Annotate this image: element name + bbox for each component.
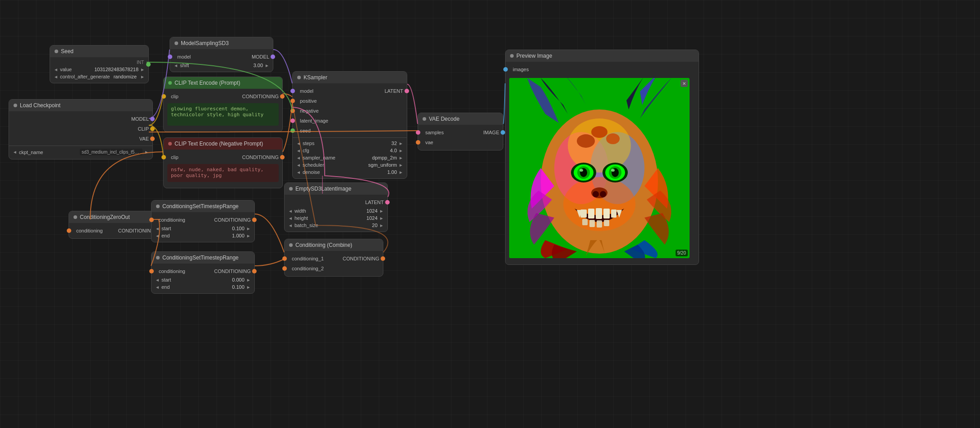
cond-timestep-2-dot: [156, 256, 160, 260]
preview-image-node: Preview Image images ✕: [505, 50, 699, 265]
ckpt-left-arrow[interactable]: ◄: [13, 150, 17, 155]
width-right[interactable]: ►: [379, 209, 384, 214]
clip-negative-out-port[interactable]: [280, 155, 285, 159]
denoise-left[interactable]: ◄: [296, 170, 301, 175]
ksampler-negative-row: negative: [293, 106, 407, 116]
preview-images-row: images: [506, 64, 699, 74]
control-right-arrow[interactable]: ►: [140, 74, 145, 79]
model-out-row: MODEL: [9, 114, 152, 124]
preview-image-container: ✕: [509, 78, 690, 258]
end2-row: ◄ end 0.100 ►: [152, 283, 254, 291]
clip-positive-node: CLIP Text Encode (Prompt) clip CONDITION…: [163, 77, 283, 132]
conditioning-combine-header: Conditioning (Combine): [285, 239, 383, 251]
vae-vae-in-port[interactable]: [416, 140, 420, 145]
empty-latent-header: EmptySD3LatentImage: [285, 183, 387, 195]
vae-vae-row: vae: [418, 137, 503, 147]
empty-latent-dot: [289, 187, 293, 191]
timestep1-out-port[interactable]: [252, 218, 257, 222]
preview-image-header: Preview Image: [506, 50, 699, 62]
conditioning-combine-node: Conditioning (Combine) conditioning_1 CO…: [284, 239, 383, 277]
batch-right[interactable]: ►: [379, 223, 384, 228]
timestep2-out-port[interactable]: [252, 269, 257, 273]
control-left-arrow[interactable]: ◄: [54, 74, 58, 79]
negative-prompt-textarea[interactable]: nsfw, nude, naked, bad quality, poor qua…: [167, 164, 279, 182]
int-badge: INT: [50, 60, 148, 66]
shift-right-arrow[interactable]: ►: [265, 63, 269, 68]
vae-samples-in-port[interactable]: [416, 130, 420, 135]
start1-right[interactable]: ►: [246, 226, 251, 231]
value-right-arrow[interactable]: ►: [140, 67, 145, 72]
value-left-arrow[interactable]: ◄: [54, 67, 58, 72]
scheduler-row: ◄ scheduler sgm_uniform ►: [293, 161, 407, 168]
batch-left[interactable]: ◄: [288, 223, 293, 228]
scheduler-left[interactable]: ◄: [296, 163, 301, 168]
timestep2-in-port[interactable]: [149, 269, 154, 273]
steps-left[interactable]: ◄: [296, 141, 301, 146]
cond-timestep-1-header: ConditioningSetTimestepRange: [152, 200, 254, 212]
conditioning-zero-out-node: ConditioningZeroOut conditioning CONDITI…: [69, 211, 159, 239]
svg-rect-34: [509, 78, 690, 258]
ksampler-seed-row: seed: [293, 126, 407, 136]
width-row: ◄ width 1024 ►: [285, 207, 387, 214]
empty-latent-out-port[interactable]: [385, 200, 390, 205]
cond-timestep-2-header: ConditioningSetTimestepRange: [152, 252, 254, 264]
cfg-left[interactable]: ◄: [296, 148, 301, 153]
timestep1-in-port[interactable]: [149, 218, 154, 222]
model-sampling-node: ModelSamplingSD3 model MODEL ◄ shift 3.0…: [170, 37, 273, 72]
ksampler-model-row: model LATENT: [293, 86, 407, 96]
positive-prompt-textarea[interactable]: glowing fluorescent demon, technicolor s…: [167, 103, 279, 126]
scheduler-right[interactable]: ►: [399, 163, 403, 168]
height-right[interactable]: ►: [379, 216, 384, 221]
end2-right[interactable]: ►: [246, 285, 251, 290]
clip-positive-out-port[interactable]: [280, 94, 285, 99]
timestep2-in-row: conditioning CONDITIONING: [152, 266, 254, 276]
ksampler-model-in-port[interactable]: [290, 89, 295, 93]
end1-right[interactable]: ►: [246, 233, 251, 238]
clip-positive-clip-in-port[interactable]: [161, 94, 166, 99]
ksampler-latent-out-port[interactable]: [405, 89, 409, 93]
sampler-right[interactable]: ►: [399, 155, 403, 160]
steps-right[interactable]: ►: [399, 141, 403, 146]
cond-timestep-1-node: ConditioningSetTimestepRange conditionin…: [151, 200, 255, 242]
start1-left[interactable]: ◄: [155, 226, 160, 231]
checkpoint-clip-port[interactable]: [150, 127, 155, 131]
width-left[interactable]: ◄: [288, 209, 293, 214]
ksampler-header: KSampler: [293, 72, 407, 83]
zero-out-in-port[interactable]: [67, 228, 71, 233]
preview-images-in-port[interactable]: [503, 67, 508, 72]
end2-left[interactable]: ◄: [155, 285, 160, 290]
start2-right[interactable]: ►: [246, 278, 251, 282]
seed-dot: [55, 50, 58, 53]
combine-cond2-in-port[interactable]: [282, 266, 287, 271]
height-left[interactable]: ◄: [288, 216, 293, 221]
checkpoint-model-port[interactable]: [150, 117, 155, 121]
shift-row: ◄ shift 3.00 ►: [170, 62, 273, 69]
shift-left-arrow[interactable]: ◄: [174, 63, 178, 68]
vae-decode-dot: [423, 117, 426, 121]
ksampler-seed-in-port[interactable]: [290, 128, 295, 133]
model-in-row: model MODEL: [170, 52, 273, 62]
combine-cond1-in-port[interactable]: [282, 256, 287, 261]
modelsampling-model-in-port[interactable]: [168, 55, 172, 59]
end1-left[interactable]: ◄: [155, 233, 160, 238]
vae-image-out-port[interactable]: [501, 130, 505, 135]
ksampler-positive-in-port[interactable]: [290, 99, 295, 103]
sampler-left[interactable]: ◄: [296, 155, 301, 160]
combine-out-port[interactable]: [381, 256, 385, 261]
modelsampling-model-out-port[interactable]: [271, 55, 275, 59]
denoise-row: ◄ denoise 1.00 ►: [293, 168, 407, 176]
cfg-right[interactable]: ►: [399, 148, 403, 153]
clip-negative-clip-in-port[interactable]: [161, 155, 166, 159]
checkpoint-vae-port[interactable]: [150, 137, 155, 141]
ckpt-right-arrow[interactable]: ►: [144, 150, 149, 155]
model-sampling-dot: [175, 41, 178, 45]
clip-positive-dot: [168, 81, 172, 85]
vae-out-row: VAE: [9, 134, 152, 144]
seed-int-port[interactable]: [146, 62, 151, 67]
preview-close-button[interactable]: ✕: [681, 80, 688, 87]
ksampler-latent-in-port[interactable]: [290, 118, 295, 123]
ksampler-negative-in-port[interactable]: [290, 109, 295, 113]
denoise-right[interactable]: ►: [399, 170, 403, 175]
vae-decode-node: VAE Decode samples IMAGE vae: [418, 113, 503, 150]
start2-left[interactable]: ◄: [155, 278, 160, 282]
